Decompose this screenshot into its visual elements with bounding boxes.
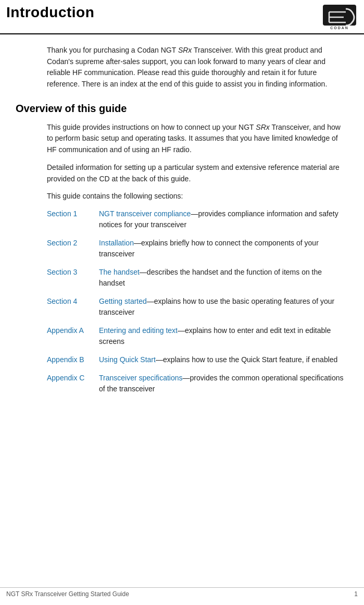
section-description: Using Quick Start—explains how to use th… <box>99 354 348 365</box>
footer-right: 1 <box>354 590 358 598</box>
section-description: Transceiver specifications—provides the … <box>99 373 348 394</box>
page-title: Introduction <box>6 4 94 21</box>
list-item: Section 1 NGT transceiver compliance—pro… <box>47 208 348 230</box>
section-link[interactable]: Entering and editing text <box>99 326 178 335</box>
list-item: Section 3 The handset—describes the hand… <box>47 267 348 289</box>
page-header: Introduction CODAN <box>0 0 364 34</box>
section-label[interactable]: Section 1 <box>47 208 99 230</box>
section-link[interactable]: The handset <box>99 268 140 276</box>
section-label[interactable]: Section 4 <box>47 296 99 318</box>
overview-para1: This guide provides instructions on how … <box>47 122 348 156</box>
overview-para2: Detailed information for setting up a pa… <box>47 162 348 184</box>
codan-logo: CODAN <box>323 5 356 30</box>
section-label[interactable]: Appendix B <box>47 354 99 365</box>
overview-para3: This guide contains the following sectio… <box>47 191 348 202</box>
svg-text:CODAN: CODAN <box>330 26 349 30</box>
section-label[interactable]: Section 2 <box>47 238 99 260</box>
section-description: Installation—explains briefly how to con… <box>99 238 348 260</box>
section-description: The handset—describes the handset and th… <box>99 267 348 289</box>
section-link[interactable]: NGT transceiver compliance <box>99 209 191 218</box>
list-item: Section 4 Getting started—explains how t… <box>47 296 348 318</box>
logo-box: CODAN <box>321 4 358 30</box>
section-description: Entering and editing text—explains how t… <box>99 325 348 347</box>
intro-paragraph: Thank you for purchasing a Codan NGT SRx… <box>47 45 348 90</box>
section-link[interactable]: Getting started <box>99 297 147 305</box>
section-link[interactable]: Installation <box>99 239 134 247</box>
sections-list: Section 1 NGT transceiver compliance—pro… <box>47 208 348 394</box>
section-link[interactable]: Using Quick Start <box>99 355 156 364</box>
list-item: Appendix A Entering and editing text—exp… <box>47 325 348 347</box>
footer-left: NGT SRx Transceiver Getting Started Guid… <box>6 590 129 598</box>
page-footer: NGT SRx Transceiver Getting Started Guid… <box>0 587 364 598</box>
section-label[interactable]: Appendix C <box>47 373 99 394</box>
section-description: NGT transceiver compliance—provides comp… <box>99 208 348 230</box>
section-label[interactable]: Appendix A <box>47 325 99 347</box>
section-description: Getting started—explains how to use the … <box>99 296 348 318</box>
section-label[interactable]: Section 3 <box>47 267 99 289</box>
list-item: Appendix C Transceiver specifications—pr… <box>47 373 348 394</box>
overview-heading: Overview of this guide <box>16 103 348 115</box>
main-content: Thank you for purchasing a Codan NGT SRx… <box>0 45 364 394</box>
section-link[interactable]: Transceiver specifications <box>99 374 183 382</box>
list-item: Appendix B Using Quick Start—explains ho… <box>47 354 348 365</box>
list-item: Section 2 Installation—explains briefly … <box>47 238 348 260</box>
